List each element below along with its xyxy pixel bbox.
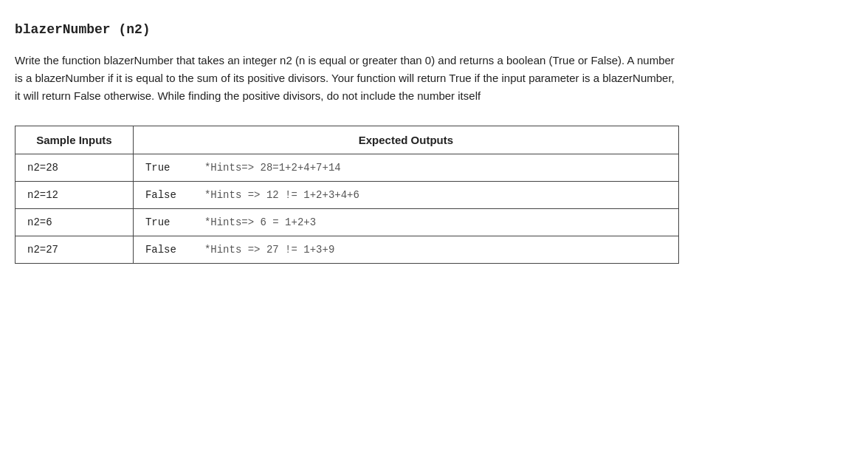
output-hint: *Hints=> 28=1+2+4+7+14 <box>204 162 341 174</box>
col-header-inputs: Sample Inputs <box>16 126 134 154</box>
output-cell: True*Hints=> 28=1+2+4+7+14 <box>133 154 678 182</box>
output-value: True <box>145 162 190 174</box>
description: Write the function blazerNumber that tak… <box>15 52 679 105</box>
page-title: blazerNumber (n2) <box>15 22 853 37</box>
table-row: n2=12False*Hints => 12 != 1+2+3+4+6 <box>16 182 679 209</box>
sample-table: Sample Inputs Expected Outputs n2=28True… <box>15 126 679 264</box>
output-hint: *Hints=> 6 = 1+2+3 <box>204 216 316 228</box>
output-value: False <box>145 244 190 256</box>
table-row: n2=28True*Hints=> 28=1+2+4+7+14 <box>16 154 679 182</box>
output-cell: False*Hints => 27 != 1+3+9 <box>133 236 678 264</box>
output-hint: *Hints => 27 != 1+3+9 <box>204 244 334 256</box>
input-cell: n2=6 <box>16 209 134 236</box>
output-value: False <box>145 189 190 201</box>
input-cell: n2=28 <box>16 154 134 182</box>
table-row: n2=6True*Hints=> 6 = 1+2+3 <box>16 209 679 236</box>
output-cell: False*Hints => 12 != 1+2+3+4+6 <box>133 182 678 209</box>
output-cell: True*Hints=> 6 = 1+2+3 <box>133 209 678 236</box>
output-hint: *Hints => 12 != 1+2+3+4+6 <box>204 189 359 201</box>
col-header-outputs: Expected Outputs <box>133 126 678 154</box>
table-row: n2=27False*Hints => 27 != 1+3+9 <box>16 236 679 264</box>
input-cell: n2=12 <box>16 182 134 209</box>
input-cell: n2=27 <box>16 236 134 264</box>
output-value: True <box>145 216 190 228</box>
